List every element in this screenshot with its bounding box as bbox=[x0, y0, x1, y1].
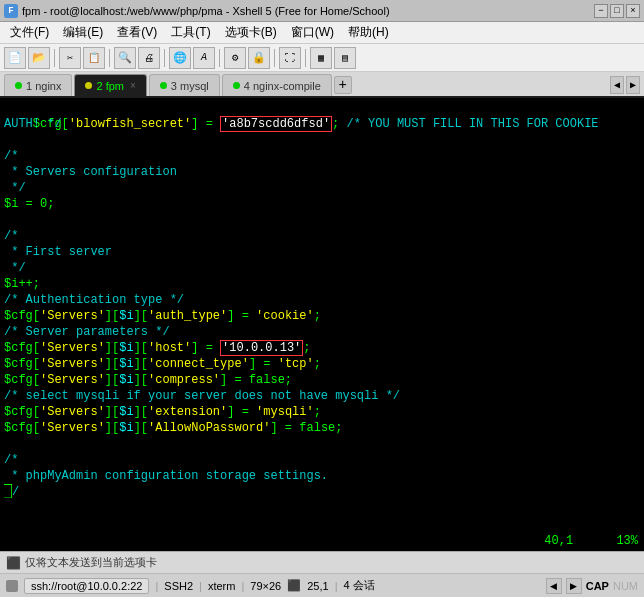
code-line-3 bbox=[4, 132, 640, 148]
tab-label-mysql: 3 mysql bbox=[171, 80, 209, 92]
code-text: ; bbox=[332, 117, 346, 131]
ssh-div2: | bbox=[199, 580, 202, 592]
tab-mysql[interactable]: 3 mysql bbox=[149, 74, 220, 96]
ssh-coords: 25,1 bbox=[307, 580, 328, 592]
menu-edit[interactable]: 编辑(E) bbox=[57, 22, 109, 43]
menu-help[interactable]: 帮助(H) bbox=[342, 22, 395, 43]
code-line-5: * Servers configuration bbox=[4, 164, 640, 180]
ssh-term: xterm bbox=[208, 580, 236, 592]
toolbar-new[interactable]: 📄 bbox=[4, 47, 26, 69]
toolbar-sep5 bbox=[274, 49, 275, 67]
code-line-4: /* bbox=[4, 148, 640, 164]
code-line-25: █/ bbox=[4, 484, 640, 500]
tab-fpm[interactable]: 2 fpm × bbox=[74, 74, 146, 96]
window-title: fpm - root@localhost:/web/www/php/pma - … bbox=[22, 5, 390, 17]
toolbar-print[interactable]: 🖨 bbox=[138, 47, 160, 69]
code-line-6: */ bbox=[4, 180, 640, 196]
code-line-8 bbox=[4, 212, 640, 228]
tab-nginx-compile[interactable]: 4 nginx-compile bbox=[222, 74, 332, 96]
toolbar-search[interactable]: 🔍 bbox=[114, 47, 136, 69]
toolbar-sep2 bbox=[109, 49, 110, 67]
toolbar-sep3 bbox=[164, 49, 165, 67]
tab-add-button[interactable]: + bbox=[334, 76, 352, 94]
code-text: /* YOU MUST FILL IN THIS FOR COOKIE bbox=[347, 117, 599, 131]
toolbar-font[interactable]: A bbox=[193, 47, 215, 69]
code-line-22 bbox=[4, 436, 640, 452]
menu-file[interactable]: 文件(F) bbox=[4, 22, 55, 43]
tabs-bar: 1 nginx 2 fpm × 3 mysql 4 nginx-compile … bbox=[0, 72, 644, 98]
title-bar: F fpm - root@localhost:/web/www/php/pma … bbox=[0, 0, 644, 22]
toolbar-paste[interactable]: 📋 bbox=[83, 47, 105, 69]
tab-dot-nginx bbox=[15, 82, 22, 89]
code-line-1: $cfg['blowfish_secret'] = 'a8b7scdd6dfsd… bbox=[4, 100, 640, 116]
cap-indicator: CAP bbox=[586, 580, 609, 592]
tab-dot-nginx-compile bbox=[233, 82, 240, 89]
menu-tabs[interactable]: 选项卡(B) bbox=[219, 22, 283, 43]
tab-nginx[interactable]: 1 nginx bbox=[4, 74, 72, 96]
status-icon: ⬛ bbox=[6, 556, 21, 570]
code-editor[interactable]: $cfg['blowfish_secret'] = 'a8b7scdd6dfsd… bbox=[0, 98, 644, 551]
tab-close-fpm[interactable]: × bbox=[130, 80, 136, 91]
app-icon: F bbox=[4, 4, 18, 18]
tab-label-fpm: 2 fpm bbox=[96, 80, 124, 92]
code-line-9: /* bbox=[4, 228, 640, 244]
code-line-23: /* bbox=[4, 452, 640, 468]
code-line-7: $i = 0; bbox=[4, 196, 640, 212]
code-line-24: * phpMyAdmin configuration storage setti… bbox=[4, 468, 640, 484]
toolbar-misc2[interactable]: ▤ bbox=[334, 47, 356, 69]
toolbar-open[interactable]: 📂 bbox=[28, 47, 50, 69]
status-message: 仅将文本发送到当前选项卡 bbox=[25, 555, 638, 570]
toolbar-sep6 bbox=[305, 49, 306, 67]
tab-label-nginx-compile: 4 nginx-compile bbox=[244, 80, 321, 92]
ssh-div1: | bbox=[155, 580, 158, 592]
tab-label-nginx: 1 nginx bbox=[26, 80, 61, 92]
ssh-div3: | bbox=[241, 580, 244, 592]
cursor-position: 40,1 13% bbox=[544, 533, 638, 549]
toolbar-globe[interactable]: 🌐 bbox=[169, 47, 191, 69]
code-line-16: $cfg['Servers'][$i]['host'] = '10.0.0.13… bbox=[4, 340, 640, 356]
ssh-size: 79×26 bbox=[250, 580, 281, 592]
code-line-11: */ bbox=[4, 260, 640, 276]
num-indicator: NUM bbox=[613, 580, 638, 592]
ssh-prev-button[interactable]: ◀ bbox=[546, 578, 562, 594]
tab-nav-controls: ◀ ▶ bbox=[610, 76, 640, 96]
menu-tools[interactable]: 工具(T) bbox=[165, 22, 216, 43]
tab-prev-button[interactable]: ◀ bbox=[610, 76, 624, 94]
code-line-18: $cfg['Servers'][$i]['compress'] = false; bbox=[4, 372, 640, 388]
highlight-host: '10.0.0.13' bbox=[220, 340, 303, 356]
code-line-13: /* Authentication type */ bbox=[4, 292, 640, 308]
menu-window[interactable]: 窗口(W) bbox=[285, 22, 340, 43]
toolbar-lock[interactable]: 🔒 bbox=[248, 47, 270, 69]
minimize-button[interactable]: − bbox=[594, 4, 608, 18]
code-line-12: $i++; bbox=[4, 276, 640, 292]
maximize-button[interactable]: □ bbox=[610, 4, 624, 18]
toolbar-settings[interactable]: ⚙ bbox=[224, 47, 246, 69]
tab-dot-mysql bbox=[160, 82, 167, 89]
ssh-nav-and-caps: ◀ ▶ CAP NUM bbox=[546, 578, 638, 594]
menu-bar: 文件(F) 编辑(E) 查看(V) 工具(T) 选项卡(B) 窗口(W) 帮助(… bbox=[0, 22, 644, 44]
ssh-info: ssh://root@10.0.0.2:22 | SSH2 | xterm | … bbox=[6, 578, 538, 594]
ssh-host: ssh://root@10.0.0.2:22 bbox=[24, 578, 149, 594]
ssh-status-bar: ssh://root@10.0.0.2:22 | SSH2 | xterm | … bbox=[0, 573, 644, 597]
tab-dot-fpm bbox=[85, 82, 92, 89]
ssh-protocol: SSH2 bbox=[164, 580, 193, 592]
code-line-21: $cfg['Servers'][$i]['AllowNoPassword'] =… bbox=[4, 420, 640, 436]
code-line-14: $cfg['Servers'][$i]['auth_type'] = 'cook… bbox=[4, 308, 640, 324]
toolbar-expand[interactable]: ⛶ bbox=[279, 47, 301, 69]
code-line-20: $cfg['Servers'][$i]['extension'] = 'mysq… bbox=[4, 404, 640, 420]
code-line-19: /* select mysqli if your server does not… bbox=[4, 388, 640, 404]
toolbar: 📄 📂 ✂ 📋 🔍 🖨 🌐 A ⚙ 🔒 ⛶ ▦ ▤ bbox=[0, 44, 644, 72]
close-button[interactable]: × bbox=[626, 4, 640, 18]
toolbar-copy[interactable]: ✂ bbox=[59, 47, 81, 69]
window-controls[interactable]: − □ × bbox=[594, 4, 640, 18]
menu-view[interactable]: 查看(V) bbox=[111, 22, 163, 43]
tab-next-button[interactable]: ▶ bbox=[626, 76, 640, 94]
ssh-status-icon bbox=[6, 580, 18, 592]
code-line-15: /* Server parameters */ bbox=[4, 324, 640, 340]
ssh-sessions: 4 会话 bbox=[343, 578, 374, 593]
ssh-div5: | bbox=[335, 580, 338, 592]
ssh-next-button[interactable]: ▶ bbox=[566, 578, 582, 594]
toolbar-sep1 bbox=[54, 49, 55, 67]
highlight-blowfish: 'a8b7scdd6dfsd' bbox=[220, 116, 332, 132]
toolbar-misc1[interactable]: ▦ bbox=[310, 47, 332, 69]
